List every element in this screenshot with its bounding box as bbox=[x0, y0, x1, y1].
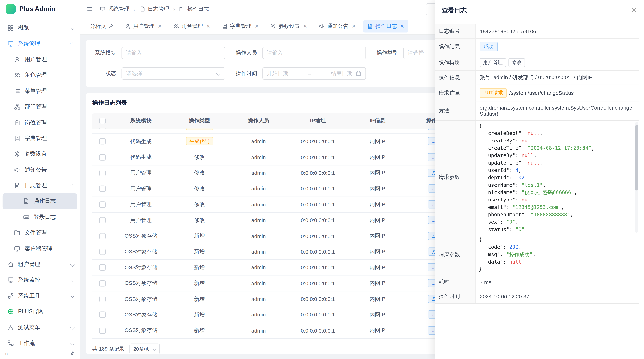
row-checkbox[interactable] bbox=[99, 186, 105, 192]
sidebar-item-user-management[interactable]: 用户管理 bbox=[0, 52, 80, 67]
sidebar-item-param-settings[interactable]: 参数设置 bbox=[0, 146, 80, 162]
placeholder-text: 请选择 bbox=[126, 70, 142, 77]
sidebar-item-menu-management[interactable]: 菜单管理 bbox=[0, 83, 80, 99]
cell-ip: 0:0:0:0:0:0:0:1 bbox=[288, 138, 348, 144]
close-icon[interactable]: ✕ bbox=[631, 7, 637, 13]
column-header: IP地址 bbox=[288, 117, 348, 124]
row-checkbox[interactable] bbox=[99, 233, 105, 239]
close-tab-icon[interactable]: ✕ bbox=[400, 23, 404, 29]
cell-ip-info: 内网IP bbox=[348, 185, 407, 192]
tab-dashboard[interactable]: 分析页 bbox=[86, 20, 118, 32]
sidebar-item-label: 操作日志 bbox=[34, 198, 72, 205]
breadcrumb-item[interactable]: 系统管理 bbox=[100, 5, 129, 13]
field-label: 操作结果 bbox=[434, 39, 476, 55]
close-tab-icon[interactable]: ✕ bbox=[352, 23, 356, 29]
close-tab-icon[interactable]: ✕ bbox=[206, 23, 210, 29]
chevron-down-icon bbox=[70, 341, 74, 345]
hamburger-menu-icon[interactable] bbox=[86, 6, 93, 12]
column-header: 操作人员 bbox=[229, 117, 288, 124]
sidebar-item-role-management[interactable]: 角色管理 bbox=[0, 67, 80, 83]
sidebar-item-overview[interactable]: 概览 bbox=[0, 20, 80, 36]
sidebar-item-label: 用户管理 bbox=[25, 56, 74, 63]
sidebar-item-plus-website[interactable]: PLUS官网 bbox=[0, 304, 80, 320]
breadcrumb-item[interactable]: 操作日志 bbox=[179, 5, 209, 13]
detail-row-log-id: 日志编号 1842781986426159106 bbox=[434, 24, 639, 38]
cell-ip: 0:0:0:0:0:0:0:1 bbox=[288, 129, 348, 129]
pin-icon[interactable] bbox=[108, 23, 114, 29]
chevron-up-icon bbox=[70, 42, 74, 46]
page-size-select[interactable]: 20条/页 bbox=[129, 344, 160, 354]
close-tab-icon[interactable]: ✕ bbox=[255, 23, 259, 29]
field-label: 请求参数 bbox=[434, 121, 476, 234]
sidebar-item-client-management[interactable]: 客户端管理 bbox=[0, 241, 80, 256]
sidebar-item-dept-management[interactable]: 部门管理 bbox=[0, 99, 80, 115]
chevron-down-icon bbox=[70, 325, 74, 330]
tab-notice[interactable]: 通知公告✕ bbox=[315, 20, 360, 32]
row-checkbox[interactable] bbox=[99, 154, 105, 160]
cell-operation-type: 新增 bbox=[170, 295, 229, 303]
sidebar-item-system-monitor[interactable]: 系统监控 bbox=[0, 272, 80, 288]
row-checkbox[interactable] bbox=[99, 280, 105, 286]
cell-module: OSS对象存储 bbox=[112, 264, 170, 271]
sidebar-item-notice[interactable]: 通知公告 bbox=[0, 162, 80, 178]
row-checkbox[interactable] bbox=[99, 170, 105, 176]
status-select[interactable]: 请选择 bbox=[122, 67, 225, 80]
operation-time-value: 2024-10-06 12:20:37 bbox=[476, 290, 639, 303]
sidebar-item-login-log[interactable]: 登录日志 bbox=[0, 209, 80, 225]
field-label: 操作时间 bbox=[434, 290, 476, 303]
sidebar-item-label: 系统监控 bbox=[18, 276, 67, 284]
chevron-down-icon bbox=[70, 26, 74, 30]
breadcrumb-item[interactable]: 日志管理 bbox=[140, 5, 169, 13]
tab-role-management[interactable]: 角色管理✕ bbox=[169, 20, 214, 32]
sidebar-item-workflow[interactable]: 工作流 bbox=[0, 335, 80, 347]
select-all-checkbox[interactable] bbox=[99, 118, 105, 124]
filter-label: 操作类型 bbox=[374, 49, 398, 57]
app-title: Plus Admin bbox=[19, 5, 55, 13]
cell-module: 用户管理 bbox=[112, 185, 170, 192]
row-checkbox[interactable] bbox=[99, 328, 105, 334]
collapse-sidebar-icon[interactable]: « bbox=[5, 351, 8, 356]
detail-row-time: 操作时间 2024-10-06 12:20:37 bbox=[434, 290, 639, 303]
cell-ip-info: 内网IP bbox=[348, 217, 407, 224]
cell-ip-info: 内网IP bbox=[348, 248, 407, 256]
sidebar-item-post-management[interactable]: 岗位管理 bbox=[0, 115, 80, 130]
filter-label: 操作人员 bbox=[233, 49, 257, 57]
sidebar-item-operation-log[interactable]: 操作日志 bbox=[2, 193, 77, 209]
scrollbar-thumb[interactable] bbox=[636, 125, 638, 190]
row-checkbox[interactable] bbox=[99, 249, 105, 255]
sidebar-item-dict-management[interactable]: 字典管理 bbox=[0, 130, 80, 146]
row-checkbox[interactable] bbox=[99, 264, 105, 271]
filter-label: 状态 bbox=[92, 70, 116, 77]
sidebar-item-label: 客户端管理 bbox=[25, 245, 74, 252]
row-checkbox[interactable] bbox=[99, 138, 105, 144]
cell-operation-type: 新增 bbox=[170, 232, 229, 240]
sidebar-item-system-tools[interactable]: 系统工具 bbox=[0, 288, 80, 304]
operator-input[interactable]: 请输入 bbox=[262, 47, 366, 59]
row-checkbox[interactable] bbox=[99, 296, 105, 302]
row-checkbox[interactable] bbox=[99, 217, 105, 223]
sidebar-item-test-menu[interactable]: 测试菜单 bbox=[0, 320, 80, 335]
tab-param-settings[interactable]: 参数设置✕ bbox=[266, 20, 312, 32]
sidebar-item-file-management[interactable]: 文件管理 bbox=[0, 225, 80, 241]
sidebar-item-label: 登录日志 bbox=[34, 213, 74, 221]
operation-type-tag: 生成代码 bbox=[186, 137, 213, 145]
row-checkbox[interactable] bbox=[99, 202, 105, 208]
chevron-up-icon bbox=[70, 184, 74, 188]
module-input[interactable]: 请输入 bbox=[122, 47, 225, 59]
request-params-json: { "createDept": null, "createBy": null, … bbox=[479, 122, 636, 232]
close-tab-icon[interactable]: ✕ bbox=[303, 23, 307, 29]
cell-ip-info: 内网IP bbox=[348, 129, 407, 130]
tab-user-management[interactable]: 用户管理✕ bbox=[121, 20, 166, 32]
view-log-drawer: 查看日志 ✕ 日志编号 1842781986426159106 操作结果 成功 … bbox=[434, 0, 644, 359]
close-tab-icon[interactable]: ✕ bbox=[158, 23, 162, 29]
tab-operation-log[interactable]: 操作日志✕ bbox=[363, 20, 408, 32]
row-checkbox[interactable] bbox=[99, 312, 105, 318]
sidebar-item-log-management[interactable]: 日志管理 bbox=[0, 178, 80, 193]
row-checkbox[interactable] bbox=[99, 129, 105, 129]
tab-dict-management[interactable]: 字典管理✕ bbox=[218, 20, 263, 32]
sidebar-item-tenant-management[interactable]: 租户管理 bbox=[0, 257, 80, 272]
sidebar-item-system-management[interactable]: 系统管理 bbox=[0, 36, 80, 52]
pin-icon[interactable] bbox=[70, 351, 75, 356]
chevron-down-icon bbox=[152, 347, 156, 351]
date-range-input[interactable]: 开始日期 → 结束日期 bbox=[262, 67, 366, 80]
